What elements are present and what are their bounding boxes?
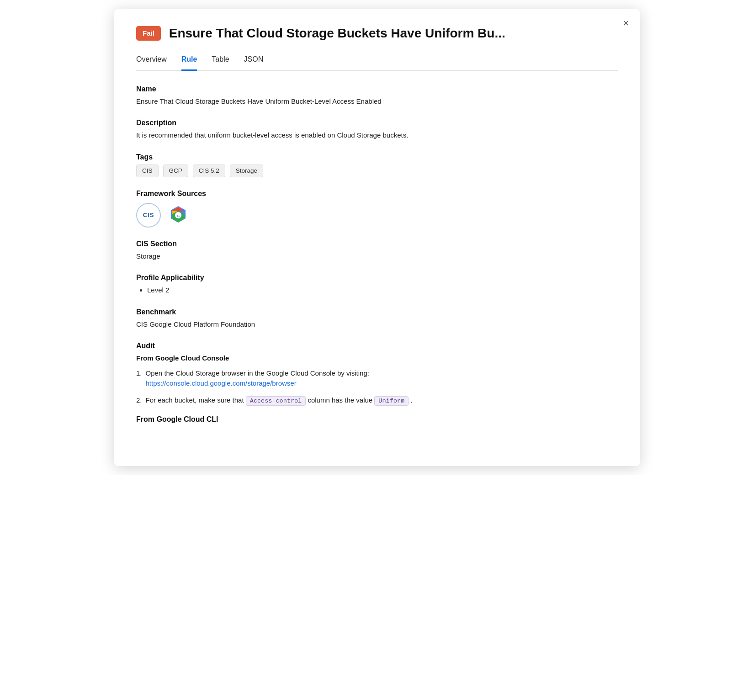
modal-container: × Fail Ensure That Cloud Storage Buckets… — [114, 9, 640, 466]
tab-json[interactable]: JSON — [244, 54, 264, 71]
tab-rule[interactable]: Rule — [181, 54, 197, 71]
tags-label: Tags — [136, 152, 618, 163]
tags-row: CIS GCP CIS 5.2 Storage — [136, 164, 618, 177]
benchmark-label: Benchmark — [136, 307, 618, 318]
cis-section-section: CIS Section Storage — [136, 239, 618, 262]
audit-step-2-num: 2. — [136, 395, 142, 406]
framework-sources-label: Framework Sources — [136, 188, 618, 199]
audit-section: Audit From Google Cloud Console 1. Open … — [136, 340, 618, 425]
audit-step-1-text: Open the Cloud Storage browser in the Go… — [146, 369, 369, 377]
cis-section-value: Storage — [136, 251, 618, 262]
cis-section-label: CIS Section — [136, 239, 618, 249]
profile-applicability-label: Profile Applicability — [136, 272, 618, 283]
name-label: Name — [136, 84, 618, 95]
profile-applicability-list: Level 2 — [147, 285, 618, 296]
audit-step-2: 2. For each bucket, make sure that Acces… — [136, 395, 618, 406]
audit-step-1-content: Open the Cloud Storage browser in the Go… — [146, 368, 369, 389]
profile-applicability-section: Profile Applicability Level 2 — [136, 272, 618, 296]
benchmark-section: Benchmark CIS Google Cloud Platform Foun… — [136, 307, 618, 330]
name-section: Name Ensure That Cloud Storage Buckets H… — [136, 84, 618, 107]
name-value: Ensure That Cloud Storage Buckets Have U… — [136, 96, 618, 107]
tab-table[interactable]: Table — [212, 54, 229, 71]
audit-from-cli-label: From Google Cloud CLI — [136, 414, 618, 425]
tab-overview[interactable]: Overview — [136, 54, 167, 71]
framework-icons-row: CIS G — [136, 203, 618, 228]
audit-step-2-text-middle: column has the value — [308, 396, 372, 404]
modal-header: Fail Ensure That Cloud Storage Buckets H… — [136, 24, 618, 43]
framework-sources-section: Framework Sources CIS G — [136, 188, 618, 228]
tag-cis: CIS — [136, 164, 159, 177]
description-label: Description — [136, 117, 618, 128]
audit-step-2-code2: Uniform — [374, 396, 409, 406]
audit-step-2-code1: Access control — [246, 396, 306, 406]
svg-text:G: G — [177, 214, 180, 218]
audit-step-1-link[interactable]: https://console.cloud.google.com/storage… — [146, 379, 297, 387]
gcp-framework-icon: G — [167, 204, 189, 226]
audit-label: Audit — [136, 340, 618, 351]
description-section: Description It is recommended that unifo… — [136, 117, 618, 141]
tag-storage: Storage — [230, 164, 263, 177]
cis-framework-icon: CIS — [136, 203, 161, 228]
audit-step-2-content: For each bucket, make sure that Access c… — [146, 395, 413, 406]
tag-gcp: GCP — [163, 164, 188, 177]
benchmark-value: CIS Google Cloud Platform Foundation — [136, 319, 618, 330]
description-value: It is recommended that uniform bucket-le… — [136, 130, 618, 141]
close-button[interactable]: × — [623, 18, 629, 28]
tags-section: Tags CIS GCP CIS 5.2 Storage — [136, 152, 618, 177]
audit-step-2-text-after: . — [410, 396, 412, 404]
audit-step-1-num: 1. — [136, 368, 142, 389]
audit-step-2-text-before: For each bucket, make sure that — [146, 396, 244, 404]
status-badge: Fail — [136, 26, 161, 41]
tag-cis52: CIS 5.2 — [193, 164, 225, 177]
page-title: Ensure That Cloud Storage Buckets Have U… — [169, 24, 505, 43]
profile-applicability-item: Level 2 — [147, 285, 618, 296]
audit-from-label: From Google Cloud Console — [136, 353, 618, 364]
audit-step-1: 1. Open the Cloud Storage browser in the… — [136, 368, 618, 389]
tabs-container: Overview Rule Table JSON — [136, 54, 618, 71]
